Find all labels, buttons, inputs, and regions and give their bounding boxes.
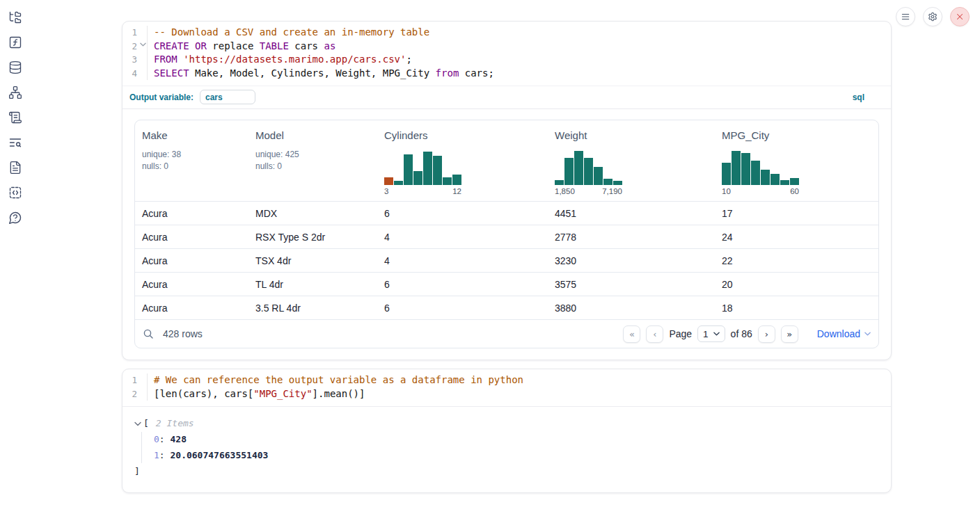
column-name: Cylinders bbox=[384, 129, 541, 141]
table-row[interactable]: AcuraTL 4dr6357520 bbox=[135, 272, 878, 296]
data-table: Makeunique: 38nulls: 0Modelunique: 425nu… bbox=[134, 120, 879, 348]
table-cell: 20 bbox=[715, 273, 878, 296]
open-bracket: [ bbox=[143, 417, 149, 430]
database-icon[interactable] bbox=[8, 60, 23, 75]
column-histogram: 312 bbox=[384, 149, 541, 195]
table-row[interactable]: AcuraRSX Type S 2dr4277824 bbox=[135, 225, 878, 248]
settings-button[interactable] bbox=[923, 7, 942, 26]
histogram-bar bbox=[790, 178, 799, 185]
shutdown-button[interactable] bbox=[950, 7, 970, 26]
line-number: 1 bbox=[122, 26, 148, 40]
logs-search-icon[interactable] bbox=[8, 135, 23, 150]
collapse-chevron-icon[interactable] bbox=[134, 421, 141, 426]
table-cell: Acura bbox=[135, 202, 248, 225]
table-cell: 2778 bbox=[548, 225, 715, 248]
column-name: Model bbox=[255, 129, 370, 141]
histogram-bar bbox=[613, 181, 622, 185]
language-badge: sql bbox=[853, 92, 884, 102]
column-header-make[interactable]: Makeunique: 38nulls: 0 bbox=[135, 120, 248, 201]
table-cell: 3575 bbox=[548, 273, 715, 296]
python-cell: 1# We can reference the output variable … bbox=[122, 369, 892, 493]
python-code-editor[interactable]: 1# We can reference the output variable … bbox=[122, 369, 891, 406]
row-count: 428 rows bbox=[163, 328, 203, 339]
histogram-bar bbox=[732, 151, 741, 185]
histogram-bar bbox=[761, 170, 770, 185]
column-header-cylinders[interactable]: Cylinders312 bbox=[377, 120, 548, 201]
documentation-icon[interactable] bbox=[8, 160, 23, 175]
tree-entry-value: 20.060747663551403 bbox=[170, 450, 268, 460]
menu-button[interactable] bbox=[896, 7, 915, 26]
chevron-down-icon bbox=[864, 332, 871, 336]
output-variable-label: Output variable: bbox=[129, 92, 193, 102]
close-bracket: ] bbox=[134, 465, 891, 478]
sidebar bbox=[0, 10, 31, 225]
previous-page-button[interactable]: ‹ bbox=[646, 325, 663, 343]
help-icon[interactable] bbox=[8, 210, 23, 225]
page-total-label: of 86 bbox=[731, 328, 752, 339]
sql-cell-output: Makeunique: 38nulls: 0Modelunique: 425nu… bbox=[122, 109, 891, 360]
histogram-bar bbox=[741, 153, 750, 185]
column-histogram: 1060 bbox=[722, 149, 871, 195]
table-row[interactable]: Acura3.5 RL 4dr6388018 bbox=[135, 296, 878, 319]
line-number: 4 bbox=[122, 67, 148, 81]
table-cell: Acura bbox=[135, 249, 248, 272]
column-name: Weight bbox=[555, 129, 708, 141]
table-header: Makeunique: 38nulls: 0Modelunique: 425nu… bbox=[135, 120, 878, 201]
histogram-bar bbox=[770, 174, 780, 185]
dependency-graph-icon[interactable] bbox=[8, 85, 23, 100]
code-line: 1# We can reference the output variable … bbox=[122, 373, 891, 387]
column-stat: nulls: 0 bbox=[142, 161, 242, 172]
line-number: 3 bbox=[122, 53, 148, 67]
fold-chevron-icon[interactable] bbox=[140, 42, 146, 47]
line-number: 2 bbox=[122, 387, 148, 401]
function-square-icon[interactable] bbox=[8, 35, 23, 50]
sql-code-editor[interactable]: 1-- Download a CSV and create an in-memo… bbox=[122, 22, 891, 86]
next-page-button[interactable]: › bbox=[758, 325, 775, 343]
hist-min-label: 1,850 bbox=[555, 187, 575, 195]
table-cell: 3230 bbox=[548, 249, 715, 272]
code-line: 3FROM 'https://datasets.marimo.app/cars.… bbox=[122, 53, 891, 67]
table-cell: RSX Type S 2dr bbox=[248, 225, 377, 248]
line-number: 1 bbox=[122, 373, 148, 387]
histogram-bar bbox=[394, 181, 403, 185]
table-cell: 4451 bbox=[548, 202, 715, 225]
hist-max-label: 60 bbox=[790, 187, 799, 195]
hist-min-label: 10 bbox=[722, 187, 731, 195]
column-header-model[interactable]: Modelunique: 425nulls: 0 bbox=[248, 120, 377, 201]
scratchpad-icon[interactable] bbox=[8, 110, 23, 125]
table-cell: 3.5 RL 4dr bbox=[248, 296, 377, 319]
download-button[interactable]: Download bbox=[817, 328, 871, 339]
histogram-bar bbox=[780, 180, 789, 185]
output-variable-bar: Output variable: sql bbox=[122, 86, 891, 109]
table-cell: TL 4dr bbox=[248, 273, 377, 296]
table-cell: 24 bbox=[715, 225, 878, 248]
page-select[interactable]: 1 bbox=[697, 325, 725, 342]
code-line: 2CREATE OR replace TABLE cars as bbox=[122, 40, 891, 54]
hist-max-label: 7,190 bbox=[602, 187, 622, 195]
code-line: 1-- Download a CSV and create an in-memo… bbox=[122, 26, 891, 40]
column-stat: unique: 425 bbox=[255, 149, 370, 161]
column-header-weight[interactable]: Weight1,8507,190 bbox=[548, 120, 715, 201]
output-variable-input[interactable] bbox=[200, 90, 255, 104]
search-icon[interactable] bbox=[143, 328, 154, 339]
last-page-button[interactable]: » bbox=[781, 325, 798, 343]
table-row[interactable]: AcuraTSX 4dr4323022 bbox=[135, 248, 878, 272]
chevron-down-icon bbox=[713, 332, 720, 336]
table-cell: 18 bbox=[715, 296, 878, 319]
table-cell: 6 bbox=[377, 273, 548, 296]
column-header-mpg_city[interactable]: MPG_City1060 bbox=[715, 120, 878, 201]
column-stat: nulls: 0 bbox=[255, 161, 370, 172]
notebook-controls bbox=[896, 7, 970, 26]
table-cell: 6 bbox=[377, 202, 548, 225]
first-page-button[interactable]: « bbox=[623, 325, 640, 343]
table-row[interactable]: AcuraMDX6445117 bbox=[135, 201, 878, 225]
snippets-icon[interactable] bbox=[8, 185, 23, 200]
tree-entry: 0: 428 bbox=[154, 432, 891, 448]
histogram-bar bbox=[443, 177, 452, 185]
table-cell: 6 bbox=[377, 296, 548, 319]
histogram-bar bbox=[603, 179, 612, 185]
table-cell: TSX 4dr bbox=[248, 249, 377, 272]
table-cell: 22 bbox=[715, 249, 878, 272]
pagination: « ‹ Page 1 of 86 › » Download bbox=[623, 325, 871, 343]
file-tree-icon[interactable] bbox=[8, 10, 23, 25]
